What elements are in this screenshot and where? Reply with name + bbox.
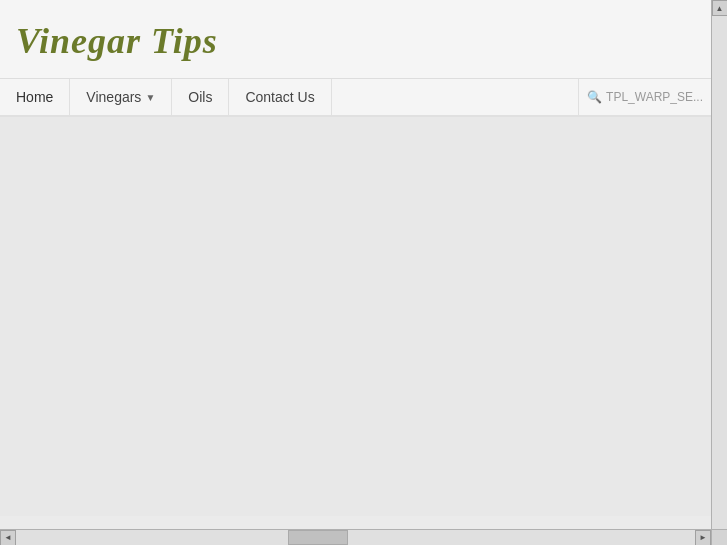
scroll-up-icon: ▲ — [716, 4, 724, 13]
search-icon: 🔍 — [587, 90, 602, 104]
nav-item-home[interactable]: Home — [0, 79, 70, 115]
nav-item-contact-label: Contact Us — [245, 89, 314, 105]
nav-item-home-label: Home — [16, 89, 53, 105]
scrollbar-horizontal-track[interactable] — [16, 530, 695, 545]
nav-item-contact[interactable]: Contact Us — [229, 79, 331, 115]
nav-item-oils-label: Oils — [188, 89, 212, 105]
scroll-right-button[interactable]: ► — [695, 530, 711, 546]
page-content: Vinegar Tips Home Vinegars ▼ Oils Contac… — [0, 0, 711, 529]
site-header: Vinegar Tips — [0, 0, 711, 79]
nav-item-oils[interactable]: Oils — [172, 79, 229, 115]
navbar: Home Vinegars ▼ Oils Contact Us 🔍 TPL_WA… — [0, 79, 711, 117]
search-placeholder-text: TPL_WARP_SE... — [606, 90, 703, 104]
nav-item-vinegars[interactable]: Vinegars ▼ — [70, 79, 172, 115]
scroll-left-icon: ◄ — [4, 533, 12, 542]
scroll-up-button[interactable]: ▲ — [712, 0, 728, 16]
scrollbar-vertical-track[interactable] — [712, 16, 727, 529]
scrollbar-corner — [711, 529, 727, 545]
vinegars-dropdown-icon: ▼ — [145, 92, 155, 103]
scroll-left-button[interactable]: ◄ — [0, 530, 16, 546]
scrollbar-horizontal: ◄ ► — [0, 529, 711, 545]
scrollbar-horizontal-thumb[interactable] — [288, 530, 348, 545]
content-area — [0, 117, 711, 516]
site-title: Vinegar Tips — [16, 20, 695, 62]
main-wrapper: Vinegar Tips Home Vinegars ▼ Oils Contac… — [0, 0, 711, 529]
scrollbar-vertical: ▲ ▼ — [711, 0, 727, 545]
scroll-right-icon: ► — [699, 533, 707, 542]
nav-item-vinegars-label: Vinegars — [86, 89, 141, 105]
search-box[interactable]: 🔍 TPL_WARP_SE... — [578, 79, 711, 115]
